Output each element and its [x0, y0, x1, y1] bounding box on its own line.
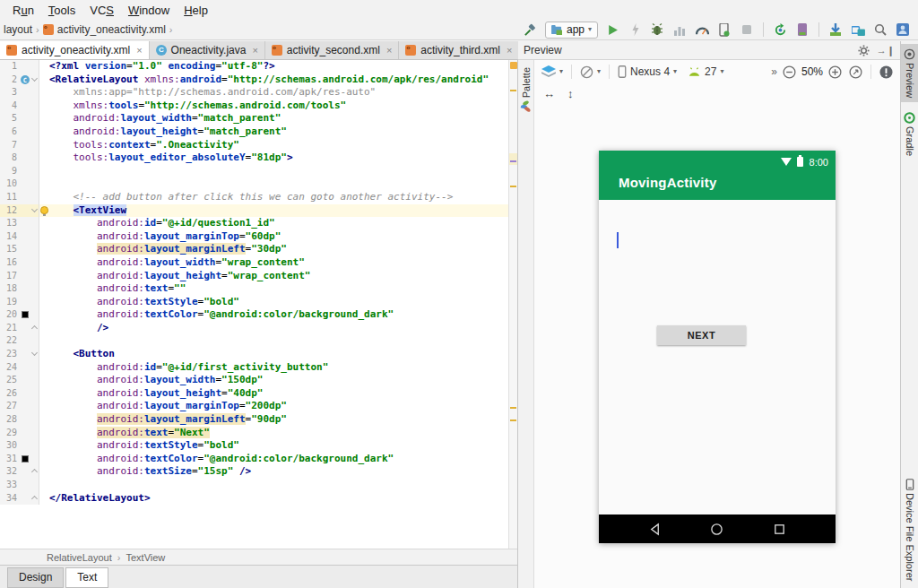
- stop-button[interactable]: [739, 22, 755, 38]
- editor-tab[interactable]: Oneactivity.java×: [150, 41, 265, 59]
- toolbar-overflow-chevron[interactable]: »: [771, 65, 777, 78]
- palette-tab[interactable]: Palette: [521, 67, 532, 98]
- editor-gutter: 21: [0, 322, 39, 335]
- tool-strip-tab-device-file-explorer[interactable]: Device File Explorer: [901, 474, 918, 585]
- tool-strip-tab-preview[interactable]: Preview: [901, 44, 918, 102]
- horizontal-resize-icon[interactable]: ↔: [543, 87, 555, 100]
- run-configuration-dropdown[interactable]: app ▾: [545, 22, 598, 39]
- xml-breadcrumb-item[interactable]: RelativeLayout: [47, 552, 112, 563]
- line-number: 29: [0, 427, 20, 440]
- code-line: 16 android:layout_width="wrap_content": [0, 256, 508, 270]
- close-icon[interactable]: ×: [136, 45, 142, 56]
- fold-marker-icon[interactable]: [31, 350, 38, 356]
- xml-element-breadcrumb[interactable]: RelativeLayout›TextView: [0, 549, 517, 565]
- code-line: 13 android:id="@+id/question1_id": [0, 217, 508, 230]
- editor-gutter: 33: [0, 479, 39, 492]
- sync-project-icon[interactable]: [772, 22, 788, 38]
- attach-debugger-icon[interactable]: [716, 22, 732, 38]
- tab-design[interactable]: Design: [7, 567, 64, 588]
- next-button[interactable]: NEXT: [657, 325, 746, 345]
- fold-marker-icon[interactable]: [31, 205, 38, 212]
- zoom-fit-button[interactable]: [849, 65, 862, 79]
- apply-changes-icon[interactable]: [627, 22, 643, 38]
- home-nav-icon[interactable]: [710, 523, 723, 536]
- menu-item-window[interactable]: Window: [121, 2, 177, 19]
- color-swatch-black[interactable]: [22, 455, 29, 463]
- xml-breadcrumb-item[interactable]: TextView: [126, 552, 165, 563]
- eye-icon: [904, 48, 915, 60]
- code-line: 31 android:textColor="@android:color/bac…: [0, 453, 508, 466]
- fold-marker-icon[interactable]: [31, 469, 38, 475]
- profiler-icon[interactable]: [671, 22, 688, 38]
- menu-item-tools[interactable]: Tools: [41, 2, 82, 19]
- run-button[interactable]: [604, 22, 620, 38]
- code-text: [49, 479, 508, 492]
- gear-icon[interactable]: [858, 45, 870, 56]
- profile-gauge-icon[interactable]: [694, 22, 710, 38]
- stripe-warning-mark[interactable]: [510, 186, 516, 187]
- color-swatch-black[interactable]: [22, 311, 29, 318]
- breadcrumb[interactable]: layout›activity_oneactivity.xml›: [4, 23, 173, 36]
- menu-item-help[interactable]: Help: [177, 2, 215, 19]
- debug-button[interactable]: [649, 22, 665, 38]
- editor-column: activity_oneactivity.xml×Oneactivity.jav…: [0, 41, 518, 588]
- zoom-in-button[interactable]: [828, 65, 842, 79]
- intention-lightbulb-icon[interactable]: [40, 206, 48, 214]
- stripe-warning-mark[interactable]: [510, 160, 516, 162]
- sdk-manager-icon[interactable]: [827, 22, 844, 38]
- back-nav-icon[interactable]: [648, 523, 662, 536]
- class-gutter-icon[interactable]: [21, 75, 30, 84]
- menu-item-run[interactable]: Run: [5, 2, 41, 19]
- breadcrumb-item[interactable]: activity_oneactivity.xml: [57, 23, 166, 36]
- variants-dropdown[interactable]: ▾: [541, 65, 563, 78]
- editor-tab[interactable]: activity_third.xml×: [399, 41, 519, 59]
- error-stripe[interactable]: [508, 60, 517, 549]
- orientation-dropdown[interactable]: ▾: [580, 65, 601, 79]
- breadcrumb-item[interactable]: layout: [4, 23, 32, 36]
- device-dropdown[interactable]: Nexus 4 ▾: [618, 65, 677, 78]
- zoom-out-button[interactable]: [783, 65, 796, 79]
- code-text: android:layout_height="match_parent": [49, 125, 508, 139]
- fold-marker-icon[interactable]: [31, 75, 38, 82]
- right-tool-strip: PreviewGradleDevice File Explorer: [900, 41, 918, 588]
- api-level-dropdown[interactable]: 27 ▾: [688, 65, 723, 78]
- preview-panel: Preview →❙ Palette: [518, 41, 900, 588]
- editor-tab[interactable]: activity_oneactivity.xml×: [0, 41, 150, 59]
- search-everywhere-icon[interactable]: [872, 22, 888, 38]
- stripe-warning-mark[interactable]: [510, 90, 516, 91]
- code-line: 17 android:layout_height="wrap_content": [0, 270, 508, 283]
- close-icon[interactable]: ×: [386, 45, 392, 56]
- chevron-down-icon: ▾: [559, 68, 563, 75]
- stripe-warning-mark[interactable]: [510, 407, 516, 409]
- line-number: 27: [0, 400, 20, 413]
- preview-canvas[interactable]: 8:00 MovingActivity NEXT: [534, 103, 900, 588]
- project-structure-icon[interactable]: [850, 22, 866, 38]
- tool-strip-tab-gradle[interactable]: Gradle: [901, 108, 918, 160]
- close-icon[interactable]: ×: [507, 45, 512, 56]
- device-preview[interactable]: 8:00 MovingActivity NEXT: [599, 151, 836, 543]
- line-number: 19: [0, 296, 20, 309]
- close-icon[interactable]: ×: [252, 45, 257, 56]
- wifi-icon: [781, 158, 792, 166]
- hide-panel-icon[interactable]: →❙: [877, 45, 895, 56]
- recents-nav-icon[interactable]: [773, 523, 786, 536]
- build-hammer-icon[interactable]: [523, 22, 539, 38]
- editor-gutter: 2: [0, 74, 39, 87]
- editor-gutter: 1: [0, 60, 39, 74]
- menu-item-vcs[interactable]: VCS: [82, 2, 121, 19]
- gradle-icon: [904, 112, 915, 124]
- vertical-resize-icon[interactable]: ↕: [567, 87, 574, 100]
- fold-marker-icon[interactable]: [31, 325, 38, 332]
- stripe-warning-mark[interactable]: [510, 419, 516, 421]
- render-errors-icon[interactable]: [879, 65, 893, 79]
- avd-manager-icon[interactable]: [794, 22, 810, 38]
- user-avatar-icon[interactable]: [895, 22, 911, 38]
- code-editor[interactable]: 1<?xml version="1.0" encoding="utf-8"?>2…: [0, 60, 517, 549]
- fold-marker-icon[interactable]: [31, 496, 38, 502]
- code-area[interactable]: 1<?xml version="1.0" encoding="utf-8"?>2…: [0, 60, 508, 549]
- tab-text[interactable]: Text: [65, 567, 108, 588]
- editor-gutter: 15: [0, 243, 39, 256]
- inspections-status-square[interactable]: [510, 62, 517, 69]
- editor-tab[interactable]: activity_second.xml×: [265, 41, 399, 59]
- code-text: android:id="@+id/first_activity_button": [49, 361, 508, 375]
